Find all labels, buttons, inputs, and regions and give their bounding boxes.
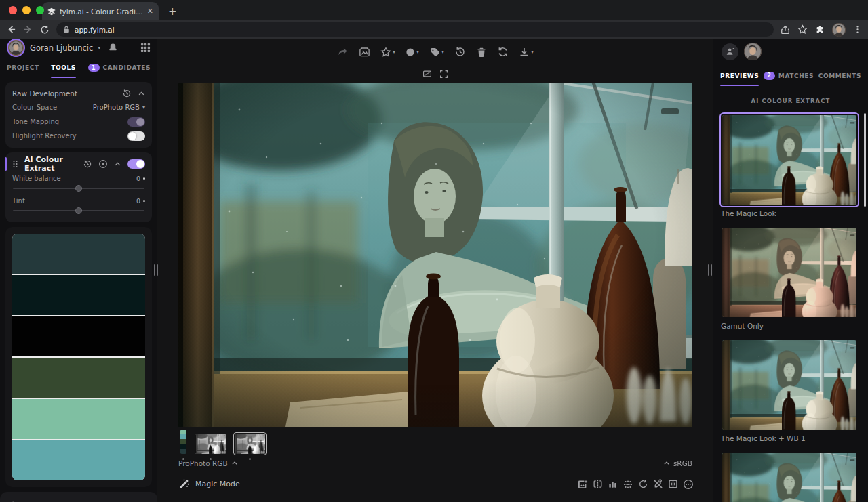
tab-project[interactable]: PROJECT: [7, 58, 39, 78]
white-balance-slider[interactable]: [13, 184, 144, 192]
magic-mode-button[interactable]: Magic Mode: [178, 478, 240, 490]
apps-grid-icon[interactable]: [140, 43, 151, 53]
trash-icon[interactable]: [476, 47, 487, 58]
panel-scrollbar[interactable]: [864, 113, 866, 207]
previews-section-title: AI COLOUR EXTRACT: [713, 98, 868, 104]
left-panel-resize-handle[interactable]: [153, 264, 158, 276]
reset-dot-icon[interactable]: [143, 177, 145, 180]
close-window-button[interactable]: [9, 6, 17, 14]
collapse-chevron-up-icon[interactable]: [138, 90, 145, 98]
active-tool-accent-bar: [5, 157, 7, 171]
tag-icon: [429, 47, 440, 58]
right-panel-resize-handle[interactable]: [707, 264, 712, 276]
working-colour-space[interactable]: ProPhoto RGB: [178, 459, 238, 467]
palette-swatch[interactable]: [12, 440, 145, 480]
tab-tools[interactable]: TOOLS: [51, 58, 76, 78]
user-name[interactable]: Goran Ljubuncic: [30, 43, 93, 53]
sync-icon[interactable]: [497, 46, 509, 58]
highlight-recovery-toggle[interactable]: [127, 131, 145, 141]
clipping-warning-icon[interactable]: [623, 479, 633, 490]
share-arrow-icon[interactable]: [337, 46, 349, 58]
reset-history-icon[interactable]: [122, 89, 132, 98]
browser-menu-icon[interactable]: [853, 25, 862, 34]
collection-icon[interactable]: [359, 46, 370, 58]
tint-value: 0: [136, 197, 145, 205]
white-balance-label: White balance: [12, 175, 61, 182]
tone-mapping-toggle[interactable]: [127, 117, 145, 127]
browser-tab[interactable]: fylm.ai - Colour Grading and C ✕: [42, 2, 159, 20]
preview-item-selected[interactable]: [719, 112, 859, 207]
caret-down-icon: ▾: [531, 49, 534, 55]
main-image[interactable]: [178, 83, 692, 427]
reset-history-icon[interactable]: [454, 46, 466, 58]
compare-icon[interactable]: [422, 69, 432, 79]
ai-colour-extract-toggle[interactable]: [127, 159, 145, 169]
remove-tool-icon[interactable]: [98, 159, 108, 169]
palette-version-thumb[interactable]: [180, 430, 186, 454]
dropper-off-icon[interactable]: [653, 479, 663, 489]
histogram-icon[interactable]: [608, 479, 618, 489]
extensions-puzzle-icon[interactable]: [815, 25, 825, 35]
url-bar[interactable]: app.fylm.ai: [56, 22, 774, 37]
reset-dot-icon[interactable]: [143, 200, 145, 202]
preview-item[interactable]: [719, 337, 859, 432]
palette-swatch[interactable]: [12, 234, 145, 274]
image-enhance-icon[interactable]: [577, 479, 588, 490]
user-caret-down-icon[interactable]: ▾: [98, 45, 100, 51]
preview-item[interactable]: [719, 225, 859, 320]
export-download-button[interactable]: ▾: [519, 47, 534, 58]
user-avatar[interactable]: [7, 39, 25, 57]
collaborator-avatar[interactable]: [744, 43, 762, 60]
tab-candidates[interactable]: 1 CANDIDATES: [88, 57, 151, 79]
tint-slider[interactable]: [13, 207, 144, 215]
more-options-icon[interactable]: [683, 479, 694, 490]
share-page-icon[interactable]: [781, 25, 790, 35]
split-compare-icon[interactable]: [593, 479, 603, 489]
add-user-icon: [726, 47, 735, 56]
raw-development-title: Raw Development: [12, 89, 116, 98]
fullscreen-icon[interactable]: [439, 69, 448, 79]
collapse-chevron-up-icon[interactable]: [114, 161, 121, 168]
palette-swatch[interactable]: [12, 358, 145, 398]
caret-down-icon: ▾: [416, 49, 419, 55]
colour-space-select[interactable]: ProPhoto RGB ▾: [93, 104, 145, 111]
right-panel-tabs: PREVIEWS 2 MATCHES COMMENTS: [713, 64, 868, 87]
tab-comments[interactable]: COMMENTS: [818, 66, 861, 86]
candidates-badge: 1: [88, 64, 100, 72]
tab-matches[interactable]: 2 MATCHES: [764, 65, 814, 87]
pages-split-icon[interactable]: [668, 479, 678, 489]
back-icon[interactable]: [6, 24, 16, 35]
colour-label-button[interactable]: ▾: [406, 47, 419, 57]
add-collaborator-button[interactable]: [722, 43, 738, 60]
forward-icon[interactable]: [23, 24, 33, 35]
preview-item[interactable]: [719, 450, 859, 502]
minimize-window-button[interactable]: [22, 6, 31, 14]
version-thumb-selected[interactable]: [235, 434, 265, 454]
palette-swatch[interactable]: [12, 399, 145, 439]
version-thumb[interactable]: [195, 434, 226, 454]
tab-title: fylm.ai - Colour Grading and C: [60, 7, 143, 16]
new-tab-button[interactable]: +: [168, 5, 177, 18]
tab-previews[interactable]: PREVIEWS: [720, 66, 759, 86]
browser-profile-avatar[interactable]: [832, 23, 846, 37]
right-panel: PREVIEWS 2 MATCHES COMMENTS AI COLOUR EX…: [713, 39, 868, 502]
display-colour-space[interactable]: sRGB: [663, 459, 692, 467]
palette-swatch[interactable]: [12, 275, 145, 315]
chevron-up-icon: [231, 460, 238, 467]
add-tool-button[interactable]: Add Tool: [0, 492, 157, 502]
preview-label: The Magic Look: [721, 209, 862, 217]
reload-icon[interactable]: [40, 25, 50, 35]
browser-toolbar: app.fylm.ai: [0, 20, 868, 39]
reset-history-icon[interactable]: [83, 159, 92, 169]
palette-swatch[interactable]: [12, 316, 145, 356]
zoom-window-button[interactable]: [36, 6, 44, 14]
left-panel-tabs: PROJECT TOOLS 1 CANDIDATES: [0, 57, 157, 79]
tag-button[interactable]: ▾: [429, 47, 444, 58]
rating-star-button[interactable]: ▾: [380, 47, 395, 58]
raw-development-card: Raw Development Colour Space ProPhoto RG…: [5, 82, 152, 148]
drag-handle-icon[interactable]: [12, 160, 18, 168]
tab-close-icon[interactable]: ✕: [147, 7, 153, 16]
rotate-icon[interactable]: [638, 479, 648, 489]
notifications-bell-icon[interactable]: [108, 43, 118, 53]
bookmark-star-icon[interactable]: [797, 24, 808, 35]
